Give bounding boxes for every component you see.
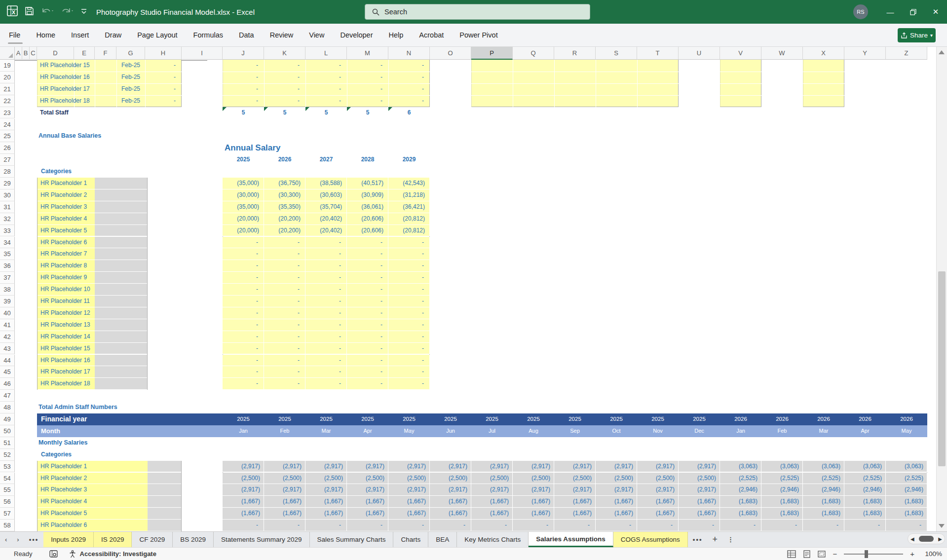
redo-icon[interactable] <box>61 6 74 17</box>
category-gray-cell[interactable] <box>95 319 147 331</box>
cell-M33[interactable]: (20,606) <box>347 225 388 237</box>
prev-sheet-arrow[interactable]: ‹ <box>0 532 12 547</box>
cell-N38[interactable]: - <box>388 284 430 296</box>
row-header-33[interactable]: 33 <box>0 225 15 237</box>
annual-category-12[interactable]: HR Placeholder 12 <box>40 307 95 319</box>
annual-category-9[interactable]: HR Placeholder 9 <box>40 272 95 284</box>
annual-year-2027[interactable]: 2027 <box>305 154 347 166</box>
cell-M21[interactable]: - <box>347 83 388 95</box>
category-gray-cell[interactable] <box>95 284 147 296</box>
cell-N45[interactable]: - <box>388 366 430 378</box>
cell-O57[interactable]: (1,667) <box>430 508 471 520</box>
cell-M39[interactable]: - <box>347 296 388 307</box>
cell-K56[interactable]: (1,667) <box>264 496 305 508</box>
cell-M58[interactable]: - <box>347 520 388 531</box>
column-header-J[interactable]: J <box>223 47 264 60</box>
cell-K58[interactable]: - <box>264 520 305 531</box>
cell-N40[interactable]: - <box>388 307 430 319</box>
ribbon-tab-home[interactable]: Home <box>28 24 63 46</box>
ribbon-tab-review[interactable]: Review <box>262 24 302 46</box>
cell-X54[interactable]: (2,525) <box>803 473 844 485</box>
column-header-H[interactable]: H <box>145 47 182 60</box>
column-header-R[interactable]: R <box>554 47 596 60</box>
category-gray-cell[interactable] <box>95 378 147 390</box>
cell-Z56[interactable]: (1,683) <box>886 496 927 508</box>
row-header-50[interactable]: 50 <box>0 425 15 437</box>
cell-K43[interactable]: - <box>264 343 305 355</box>
cell-N57[interactable]: (1,667) <box>388 508 430 520</box>
cell-W54[interactable]: (2,525) <box>761 473 803 485</box>
cell-L37[interactable]: - <box>305 272 347 284</box>
annual-category-4[interactable]: HR Placeholder 4 <box>40 213 95 225</box>
cell-K29[interactable]: (36,750) <box>264 178 305 189</box>
annual-category-1[interactable]: HR Placeholder 1 <box>40 178 95 189</box>
category-gray-cell[interactable] <box>95 260 147 272</box>
cell-N37[interactable]: - <box>388 272 430 284</box>
cell-J32[interactable]: (20,000) <box>223 213 264 225</box>
cell-L29[interactable]: (38,588) <box>305 178 347 189</box>
cell-M36[interactable]: - <box>347 260 388 272</box>
row-header-28[interactable]: 28 <box>0 166 15 178</box>
ribbon-tab-view[interactable]: View <box>301 24 332 46</box>
cell-L38[interactable]: - <box>305 284 347 296</box>
annual-year-2029[interactable]: 2029 <box>388 154 430 166</box>
row-header-22[interactable]: 22 <box>0 95 15 107</box>
zoom-slider[interactable] <box>844 554 903 555</box>
ribbon-tab-acrobat[interactable]: Acrobat <box>411 24 452 46</box>
row-header-31[interactable]: 31 <box>0 201 15 213</box>
cell-L22[interactable]: - <box>305 95 347 107</box>
row-header-57[interactable]: 57 <box>0 508 15 520</box>
cell-T56[interactable]: (1,667) <box>637 496 679 508</box>
cell-O53[interactable]: (2,917) <box>430 461 471 473</box>
annual-category-18[interactable]: HR Placeholder 18 <box>40 378 95 390</box>
cell-X57[interactable]: (1,683) <box>803 508 844 520</box>
cell-P53[interactable]: (2,917) <box>471 461 513 473</box>
cell-L43[interactable]: - <box>305 343 347 355</box>
cell-U55[interactable]: (2,917) <box>679 484 720 496</box>
row-header-38[interactable]: 38 <box>0 284 15 296</box>
column-header-P[interactable]: P <box>471 47 513 60</box>
sheet-options-icon[interactable]: ⋮ <box>722 532 739 547</box>
cell-J30[interactable]: (30,000) <box>223 189 264 201</box>
cell-K53[interactable]: (2,917) <box>264 461 305 473</box>
cell-K35[interactable]: - <box>264 248 305 260</box>
cell-N54[interactable]: (2,500) <box>388 473 430 485</box>
cell-M38[interactable]: - <box>347 284 388 296</box>
annual-category-10[interactable]: HR Placeholder 10 <box>40 284 95 296</box>
cell-M30[interactable]: (30,909) <box>347 189 388 201</box>
cell-M46[interactable]: - <box>347 378 388 390</box>
cell-S53[interactable]: (2,917) <box>596 461 637 473</box>
cell-N55[interactable]: (2,917) <box>388 484 430 496</box>
column-header-B[interactable]: B <box>22 47 30 60</box>
cell-K33[interactable]: (20,200) <box>264 225 305 237</box>
cell-K40[interactable]: - <box>264 307 305 319</box>
cell-M43[interactable]: - <box>347 343 388 355</box>
cell-Q55[interactable]: (2,917) <box>513 484 554 496</box>
annual-category-6[interactable]: HR Placeholder 6 <box>40 237 95 249</box>
new-sheet-button[interactable]: + <box>707 532 722 547</box>
cell-J58[interactable]: - <box>223 520 264 531</box>
row-header-34[interactable]: 34 <box>0 237 15 249</box>
cell-J53[interactable]: (2,917) <box>223 461 264 473</box>
cell-M23[interactable]: 5 <box>347 107 388 119</box>
row-header-37[interactable]: 37 <box>0 272 15 284</box>
column-header-T[interactable]: T <box>637 47 679 60</box>
vertical-scrollbar[interactable] <box>936 47 947 531</box>
row-header-55[interactable]: 55 <box>0 484 15 496</box>
cell-Y54[interactable]: (2,525) <box>844 473 886 485</box>
cell-K23[interactable]: 5 <box>264 107 305 119</box>
monthly-category-6[interactable]: HR Placeholder 6 <box>40 520 144 531</box>
cell-L34[interactable]: - <box>305 237 347 249</box>
column-header-U[interactable]: U <box>679 47 720 60</box>
row-header-42[interactable]: 42 <box>0 331 15 343</box>
row-header-23[interactable]: 23 <box>0 107 15 119</box>
scroll-down-arrow[interactable] <box>939 524 945 528</box>
sheet-tab-salaries-assumptions[interactable]: Salaries Assumptions <box>529 532 613 547</box>
cell-R56[interactable]: (1,667) <box>554 496 596 508</box>
cell-G21[interactable]: Feb-25 <box>116 83 145 95</box>
category-gray-cell[interactable] <box>95 307 147 319</box>
cell-T57[interactable]: (1,667) <box>637 508 679 520</box>
sheet-tab-statements-summary-2029[interactable]: Statements Summary 2029 <box>214 532 310 547</box>
row-header-27[interactable]: 27 <box>0 154 15 166</box>
ribbon-tab-draw[interactable]: Draw <box>97 24 129 46</box>
